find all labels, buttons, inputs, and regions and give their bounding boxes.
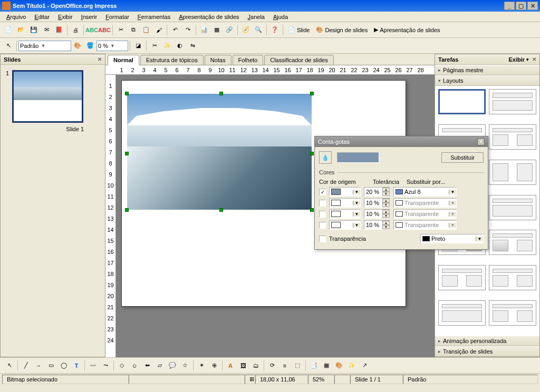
source-color-3[interactable]: ▼	[329, 220, 361, 230]
tab-notes[interactable]: Notas	[205, 55, 232, 65]
row-checkbox-3[interactable]	[319, 222, 326, 229]
tasks-close[interactable]: ✕	[532, 56, 536, 62]
arrow-tool[interactable]: ↖	[3, 40, 14, 52]
ellipse-tool[interactable]: ◯	[58, 360, 70, 371]
print-button[interactable]: 🖨	[70, 24, 81, 36]
autospell-button[interactable]: ABC	[99, 24, 110, 36]
chart-button[interactable]: 📊	[198, 24, 210, 36]
row-checkbox-1[interactable]	[319, 200, 326, 207]
layout-10[interactable]	[438, 265, 486, 290]
tolerance-1[interactable]: 10 %▲▼	[364, 198, 390, 208]
slide-layout[interactable]: ▦	[321, 360, 332, 371]
source-color-2[interactable]: ▼	[329, 209, 361, 219]
shadow-button[interactable]: ◪	[132, 40, 144, 52]
tab-handout[interactable]: Folheto	[233, 55, 264, 65]
menu-formatar[interactable]: Formatar	[101, 13, 133, 21]
select-tool[interactable]: ↖	[4, 360, 15, 371]
menu-janela[interactable]: Janela	[244, 13, 269, 21]
line-color-button[interactable]: 🎨	[72, 40, 83, 52]
slides-panel-close[interactable]: ✕	[98, 56, 102, 62]
interaction-btn[interactable]: ↗	[359, 360, 370, 371]
style-dropdown[interactable]: Padrão▼	[18, 41, 71, 51]
layout-3[interactable]	[489, 124, 536, 150]
tolerance-3[interactable]: 10 %▲▼	[364, 220, 390, 230]
text-tool[interactable]: T	[71, 360, 82, 371]
tasks-view-menu[interactable]: Exibir	[508, 56, 525, 63]
pdf-button[interactable]: 📕	[53, 24, 65, 36]
tab-outline[interactable]: Estrutura de tópicos	[140, 55, 204, 65]
eyedropper-tool[interactable]: 💧	[319, 151, 332, 164]
menu-ferramentas[interactable]: Ferramentas	[133, 13, 175, 21]
email-button[interactable]: ✉	[41, 24, 52, 36]
redo-button[interactable]: ↷	[182, 24, 194, 36]
basic-shapes[interactable]: ◇	[116, 360, 128, 371]
open-button[interactable]: 📂	[15, 24, 27, 36]
zoom-button[interactable]: 🔍	[253, 24, 264, 36]
layout-12[interactable]	[438, 300, 486, 326]
insert-slide[interactable]: 📑	[308, 360, 320, 371]
callouts[interactable]: 💬	[167, 360, 178, 371]
points-tool[interactable]: ✶	[196, 360, 207, 371]
stars[interactable]: ☆	[179, 360, 191, 371]
status-zoom[interactable]: 52%	[308, 375, 334, 384]
row-checkbox-2[interactable]	[319, 211, 326, 218]
copy-button[interactable]: ⧉	[128, 24, 139, 36]
hyperlink-button[interactable]: 🔗	[224, 24, 235, 36]
section-trans[interactable]: ▸Transição de slides	[435, 346, 539, 357]
curve-tool[interactable]: 〰	[87, 360, 99, 371]
tolerance-2[interactable]: 10 %▲▼	[364, 209, 390, 219]
section-layouts[interactable]: ▾Layouts	[435, 75, 539, 86]
source-color-1[interactable]: ▼	[329, 198, 361, 208]
block-arrows[interactable]: ⬅	[141, 360, 153, 371]
presentation-link[interactable]: ▶Apresentação de slides	[371, 24, 443, 36]
menu-apresentacao[interactable]: Apresentação de slides	[175, 13, 243, 21]
crop-button[interactable]: ✂	[149, 40, 160, 52]
menu-editar[interactable]: Editar	[30, 13, 54, 21]
layout-11[interactable]	[489, 265, 536, 290]
transparency-button[interactable]: ◐	[174, 40, 186, 52]
format-paint-button[interactable]: 🖌	[153, 24, 165, 36]
transparency-checkbox[interactable]	[319, 236, 326, 242]
paste-button[interactable]: 📋	[140, 24, 152, 36]
animation-btn[interactable]: ✨	[346, 360, 358, 371]
cut-button[interactable]: ✂	[115, 24, 127, 36]
layout-7[interactable]	[489, 195, 536, 220]
layout-blank[interactable]	[438, 89, 486, 114]
align-tool[interactable]: ≡	[279, 360, 291, 371]
effects-button[interactable]: ✨	[161, 40, 173, 52]
row-checkbox-0[interactable]: ✓	[319, 189, 326, 195]
section-anim[interactable]: ▸Animação personalizada	[435, 336, 539, 346]
flip-button[interactable]: ⇋	[187, 40, 198, 52]
section-master[interactable]: ▸Páginas mestre	[435, 65, 539, 75]
tab-normal[interactable]: Normal	[108, 55, 139, 65]
restore-button[interactable]: ▢	[516, 2, 526, 10]
design-link[interactable]: 🎨Design de slides	[313, 24, 371, 36]
tab-sorter[interactable]: Classificador de slides	[264, 55, 333, 65]
glue-tool[interactable]: ⊕	[208, 360, 220, 371]
replace-color-2[interactable]: Transparente▼	[393, 209, 457, 219]
close-button[interactable]: ✕	[527, 2, 538, 10]
replace-color-3[interactable]: Transparente▼	[393, 220, 457, 230]
symbol-shapes[interactable]: ☺	[129, 360, 140, 371]
flowchart[interactable]: ▱	[154, 360, 166, 371]
zoom-dropdown[interactable]: 0 %▼	[97, 41, 128, 51]
transparency-replace-dropdown[interactable]: Preto ▼	[420, 234, 484, 243]
source-color-0[interactable]: ▼	[329, 187, 361, 197]
fontwork[interactable]: A	[225, 360, 236, 371]
layout-5[interactable]	[489, 160, 536, 185]
rotate-tool[interactable]: ⟳	[266, 360, 278, 371]
save-button[interactable]: 💾	[28, 24, 40, 36]
fill-color-button[interactable]: 🪣	[84, 40, 96, 52]
dialog-close[interactable]: ✕	[477, 138, 485, 145]
menu-exibir[interactable]: Exibir	[54, 13, 77, 21]
arrange-tool[interactable]: ⬚	[292, 360, 303, 371]
slide-design-btn[interactable]: 🎨	[333, 360, 345, 371]
tolerance-0[interactable]: 20 %▲▼	[364, 187, 390, 197]
undo-button[interactable]: ↶	[169, 24, 181, 36]
layout-9[interactable]	[489, 230, 536, 255]
gallery[interactable]: 🗂	[250, 360, 262, 371]
new-button[interactable]: 📄	[3, 24, 14, 36]
connector-tool[interactable]: ⤳	[100, 360, 111, 371]
menu-ajuda[interactable]: Ajuda	[269, 13, 292, 21]
replace-color-0[interactable]: Azul 8▼	[393, 187, 457, 197]
